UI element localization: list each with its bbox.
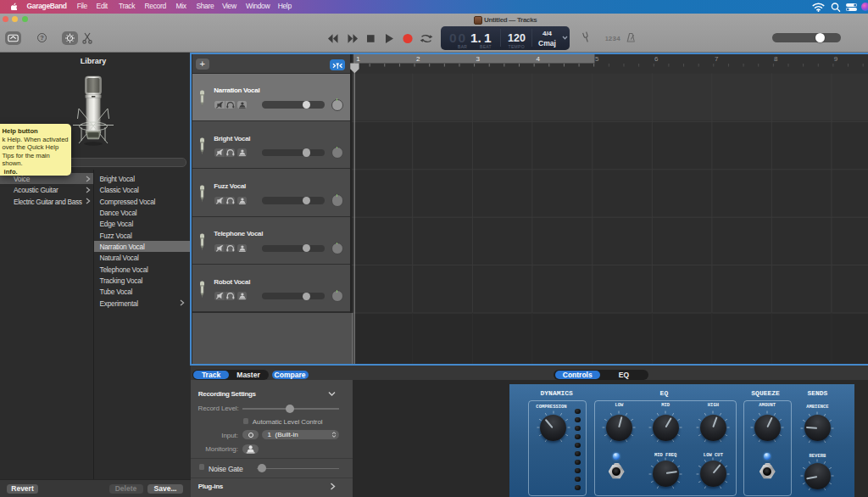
svg-text:8: 8	[774, 55, 778, 63]
svg-text:6: 6	[654, 55, 659, 63]
svg-text:4: 4	[536, 55, 540, 63]
svg-text:7: 7	[715, 55, 719, 63]
svg-text:5: 5	[595, 55, 599, 63]
svg-text:2: 2	[416, 55, 420, 63]
svg-text:1: 1	[356, 55, 360, 63]
svg-text:3: 3	[476, 55, 481, 63]
svg-text:9: 9	[834, 55, 838, 63]
